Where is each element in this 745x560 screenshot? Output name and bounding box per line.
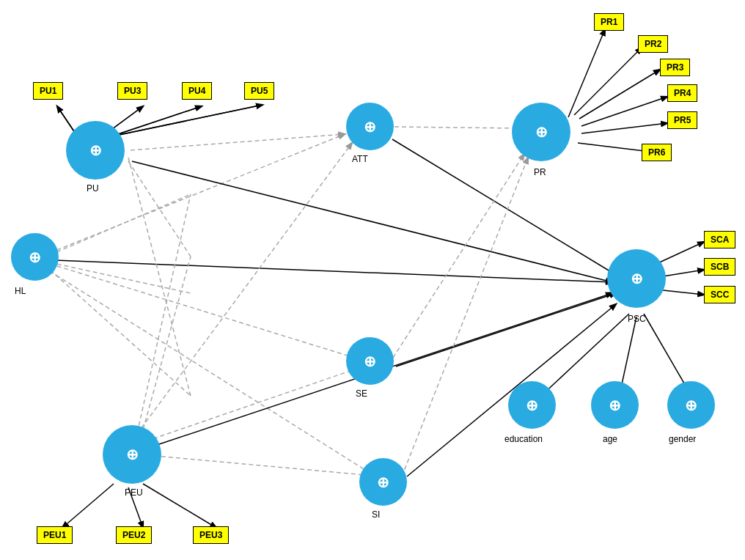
node-pr[interactable]: ⊕ xyxy=(512,103,570,161)
box-peu1: PEU1 xyxy=(37,526,73,544)
svg-line-26 xyxy=(407,304,616,476)
node-pu[interactable]: ⊕ xyxy=(66,121,125,180)
diagram: PU1 PU3 PU4 PU5 PR1 PR2 PR3 PR4 PR5 PR6 … xyxy=(0,0,745,560)
plus-icon-pr: ⊕ xyxy=(535,125,548,139)
label-gender: gender xyxy=(669,434,696,444)
box-pr4: PR4 xyxy=(667,84,697,102)
svg-line-24 xyxy=(396,293,616,366)
plus-icon-pu: ⊕ xyxy=(89,143,102,158)
svg-line-11 xyxy=(55,260,612,282)
svg-line-21 xyxy=(394,127,521,128)
box-pr3: PR3 xyxy=(660,59,690,76)
plus-icon-si: ⊕ xyxy=(377,475,389,490)
svg-line-31 xyxy=(581,123,667,133)
svg-line-45 xyxy=(136,194,191,440)
label-education: education xyxy=(504,434,543,444)
svg-line-41 xyxy=(50,270,191,396)
node-peu[interactable]: ⊕ xyxy=(103,425,161,484)
svg-line-14 xyxy=(128,143,352,446)
plus-icon-education: ⊕ xyxy=(526,398,538,413)
svg-line-38 xyxy=(644,314,689,392)
svg-line-18 xyxy=(62,484,114,528)
label-hl: HL xyxy=(15,286,26,296)
svg-line-25 xyxy=(402,158,528,476)
label-peu: PEU xyxy=(125,487,143,498)
box-peu3: PEU3 xyxy=(193,526,229,544)
node-si[interactable]: ⊕ xyxy=(359,458,407,506)
svg-line-33 xyxy=(656,242,704,264)
box-scc: SCC xyxy=(704,286,735,303)
svg-line-44 xyxy=(139,257,191,443)
svg-line-6 xyxy=(109,105,263,137)
box-pu5: PU5 xyxy=(244,82,274,100)
plus-icon-age: ⊕ xyxy=(609,398,621,413)
box-pu3: PU3 xyxy=(117,82,147,100)
node-hl[interactable]: ⊕ xyxy=(11,233,59,281)
plus-icon-psc: ⊕ xyxy=(631,271,643,286)
svg-line-29 xyxy=(579,70,660,119)
node-gender[interactable]: ⊕ xyxy=(667,381,715,429)
svg-line-32 xyxy=(578,143,650,152)
node-education[interactable]: ⊕ xyxy=(508,381,556,429)
svg-line-15 xyxy=(139,366,363,443)
svg-line-13 xyxy=(132,161,612,282)
label-pr: PR xyxy=(534,167,546,177)
label-se: SE xyxy=(356,388,367,399)
svg-line-20 xyxy=(143,484,216,528)
svg-line-28 xyxy=(574,48,642,115)
box-scb: SCB xyxy=(704,258,735,276)
box-pu4: PU4 xyxy=(182,82,212,100)
node-se[interactable]: ⊕ xyxy=(346,337,394,385)
svg-line-16 xyxy=(139,454,381,476)
svg-line-27 xyxy=(568,29,605,117)
svg-line-30 xyxy=(581,97,667,126)
plus-icon-se: ⊕ xyxy=(364,354,376,369)
box-sca: SCA xyxy=(704,231,735,248)
node-psc[interactable]: ⊕ xyxy=(607,249,666,308)
plus-icon-peu: ⊕ xyxy=(126,447,139,462)
svg-line-9 xyxy=(50,264,359,359)
node-age[interactable]: ⊕ xyxy=(591,381,639,429)
svg-line-7 xyxy=(109,105,263,137)
svg-line-43 xyxy=(128,158,191,396)
svg-line-39 xyxy=(50,194,191,255)
svg-line-22 xyxy=(392,139,616,275)
box-pr2: PR2 xyxy=(638,35,668,53)
label-age: age xyxy=(603,434,617,444)
plus-icon-att: ⊕ xyxy=(364,119,376,134)
plus-icon-gender: ⊕ xyxy=(685,398,697,413)
svg-line-42 xyxy=(128,161,191,257)
svg-line-23 xyxy=(393,154,524,358)
label-psc: PSC xyxy=(628,314,646,324)
svg-line-12 xyxy=(131,134,345,150)
box-pr6: PR6 xyxy=(642,144,672,161)
label-pu: PU xyxy=(87,183,99,194)
box-pu1: PU1 xyxy=(33,82,63,100)
plus-icon-hl: ⊕ xyxy=(29,250,41,265)
label-si: SI xyxy=(372,509,380,520)
box-pr5: PR5 xyxy=(667,111,697,129)
svg-line-10 xyxy=(50,271,381,480)
svg-line-35 xyxy=(656,290,704,295)
box-peu2: PEU2 xyxy=(116,526,152,544)
box-pr1: PR1 xyxy=(594,13,624,31)
svg-line-40 xyxy=(50,262,191,293)
label-att: ATT xyxy=(352,154,368,164)
node-att[interactable]: ⊕ xyxy=(346,103,394,150)
